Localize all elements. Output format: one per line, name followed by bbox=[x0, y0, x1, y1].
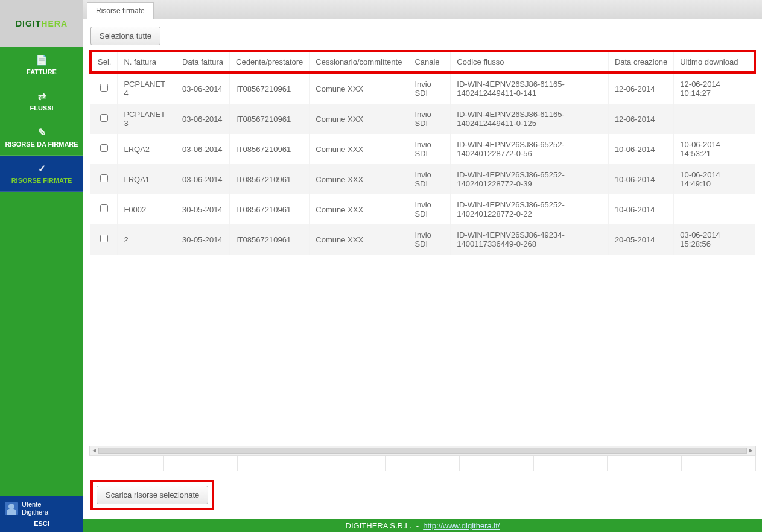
download-highlight: Scarica risorse selezionate bbox=[90, 480, 214, 510]
cell-nfattura: 2 bbox=[118, 224, 176, 255]
sidebar-item-label: RISORSE FIRMATE bbox=[11, 177, 72, 184]
table-row[interactable]: PCPLANET 403-06-2014IT08567210961Comune … bbox=[90, 72, 755, 104]
cell-ultimodownload: 10-06-2014 14:53:21 bbox=[674, 134, 755, 164]
page-footer: DIGITHERA S.R.L. - http://www.digithera.… bbox=[83, 519, 762, 532]
row-checkbox[interactable] bbox=[100, 235, 108, 242]
sidebar-item-label: RISORSE DA FIRMARE bbox=[5, 141, 78, 148]
footer-company: DIGITHERA S.R.L. bbox=[346, 521, 412, 530]
cell-datafattura: 30-05-2014 bbox=[176, 194, 230, 224]
table-row[interactable]: F000230-05-2014IT08567210961Comune XXXIn… bbox=[90, 194, 755, 224]
table-footer-row bbox=[89, 455, 756, 471]
cell-cessionario: Comune XXX bbox=[310, 134, 408, 164]
cell-cedente: IT08567210961 bbox=[230, 164, 310, 194]
table-header-row: Sel. N. fattura Data fattura Cedente/pre… bbox=[90, 51, 755, 72]
cell-nfattura: F0002 bbox=[118, 194, 176, 224]
col-cessionario[interactable]: Cessionario/committente bbox=[310, 51, 408, 72]
bottom-bar: Scarica risorse selezionate bbox=[83, 471, 762, 519]
table-row[interactable]: LRQA203-06-2014IT08567210961Comune XXXIn… bbox=[90, 134, 755, 164]
col-sel[interactable]: Sel. bbox=[90, 51, 118, 72]
col-ultimodownload[interactable]: Ultimo download bbox=[674, 51, 755, 72]
footer-link[interactable]: http://www.digithera.it/ bbox=[423, 521, 500, 530]
sidebar: DIGITHERA 📄 FATTURE ⇄ FLUSSI ✎ RISORSE D… bbox=[0, 0, 83, 532]
cell-cessionario: Comune XXX bbox=[310, 194, 408, 224]
cell-cedente: IT08567210961 bbox=[230, 72, 310, 104]
horizontal-scrollbar[interactable]: ◄ ► bbox=[89, 446, 756, 455]
col-datacreazione[interactable]: Data creazione bbox=[608, 51, 673, 72]
tab-risorse-firmate[interactable]: Risorse firmate bbox=[87, 2, 154, 19]
row-checkbox[interactable] bbox=[100, 174, 108, 182]
cell-cessionario: Comune XXX bbox=[310, 104, 408, 134]
sidebar-nav: 📄 FATTURE ⇄ FLUSSI ✎ RISORSE DA FIRMARE … bbox=[0, 47, 83, 192]
row-checkbox[interactable] bbox=[100, 84, 108, 92]
cell-ultimodownload bbox=[674, 194, 755, 224]
col-codiceflusso[interactable]: Codice flusso bbox=[451, 51, 609, 72]
sidebar-item-label: FLUSSI bbox=[30, 104, 53, 112]
cell-nfattura: PCPLANET 3 bbox=[118, 104, 176, 134]
table-row[interactable]: 230-05-2014IT08567210961Comune XXXInvio … bbox=[90, 224, 755, 255]
logo: DIGITHERA bbox=[0, 0, 83, 47]
cell-ultimodownload: 12-06-2014 10:14:27 bbox=[674, 72, 755, 104]
table-row[interactable]: PCPLANET 303-06-2014IT08567210961Comune … bbox=[90, 104, 755, 134]
sidebar-item-da-firmare[interactable]: ✎ RISORSE DA FIRMARE bbox=[0, 119, 83, 156]
row-checkbox[interactable] bbox=[100, 204, 108, 212]
cell-datafattura: 03-06-2014 bbox=[176, 164, 230, 194]
cell-codiceflusso: ID-WIN-4EPNV26SJ86-61165-1402412449411-0… bbox=[451, 72, 609, 104]
cell-datafattura: 03-06-2014 bbox=[176, 104, 230, 134]
col-cedente[interactable]: Cedente/prestatore bbox=[230, 51, 310, 72]
cell-codiceflusso: ID-WIN-4EPNV26SJ86-65252-1402401228772-0… bbox=[451, 164, 609, 194]
user-name-line1: Utente bbox=[22, 501, 48, 508]
scroll-left-icon[interactable]: ◄ bbox=[90, 446, 98, 455]
user-block: Utente Digithera ESCI bbox=[0, 496, 83, 532]
row-select-cell bbox=[90, 104, 118, 134]
col-canale[interactable]: Canale bbox=[408, 51, 451, 72]
cell-datacreazione: 12-06-2014 bbox=[608, 72, 673, 104]
cell-cedente: IT08567210961 bbox=[230, 224, 310, 255]
cell-codiceflusso: ID-WIN-4EPNV26SJ86-61165-1402412449411-0… bbox=[451, 104, 609, 134]
user-name-line2: Digithera bbox=[22, 508, 48, 516]
cell-cessionario: Comune XXX bbox=[310, 164, 408, 194]
cell-ultimodownload: 10-06-2014 14:49:10 bbox=[674, 164, 755, 194]
cell-datacreazione: 12-06-2014 bbox=[608, 104, 673, 134]
logout-link[interactable]: ESCI bbox=[5, 520, 78, 527]
arrows-icon: ⇄ bbox=[38, 90, 46, 102]
cell-codiceflusso: ID-WIN-4EPNV26SJ86-65252-1402401228772-0… bbox=[451, 194, 609, 224]
cell-nfattura: PCPLANET 4 bbox=[118, 72, 176, 104]
cell-datacreazione: 10-06-2014 bbox=[608, 194, 673, 224]
table-row[interactable]: LRQA103-06-2014IT08567210961Comune XXXIn… bbox=[90, 164, 755, 194]
sidebar-item-flussi[interactable]: ⇄ FLUSSI bbox=[0, 83, 83, 119]
avatar-icon bbox=[5, 502, 18, 515]
scroll-thumb[interactable] bbox=[98, 448, 747, 454]
col-datafattura[interactable]: Data fattura bbox=[176, 51, 230, 72]
cell-datafattura: 03-06-2014 bbox=[176, 134, 230, 164]
row-select-cell bbox=[90, 164, 118, 194]
scroll-right-icon[interactable]: ► bbox=[747, 446, 755, 455]
row-checkbox[interactable] bbox=[100, 114, 108, 122]
cell-canale: Invio SDI bbox=[408, 164, 451, 194]
cell-datacreazione: 20-05-2014 bbox=[608, 224, 673, 255]
brand-part1: DIGIT bbox=[16, 19, 41, 28]
row-select-cell bbox=[90, 194, 118, 224]
cell-nfattura: LRQA2 bbox=[118, 134, 176, 164]
row-select-cell bbox=[90, 72, 118, 104]
row-checkbox[interactable] bbox=[100, 144, 108, 152]
download-selected-button[interactable]: Scarica risorse selezionate bbox=[97, 486, 208, 504]
select-all-button[interactable]: Seleziona tutte bbox=[90, 27, 160, 45]
toolbar: Seleziona tutte bbox=[83, 19, 762, 50]
cell-cedente: IT08567210961 bbox=[230, 134, 310, 164]
cell-cessionario: Comune XXX bbox=[310, 72, 408, 104]
cell-cedente: IT08567210961 bbox=[230, 194, 310, 224]
sidebar-item-firmate[interactable]: ✓ RISORSE FIRMATE bbox=[0, 156, 83, 192]
footer-sep: - bbox=[416, 521, 419, 530]
cell-canale: Invio SDI bbox=[408, 134, 451, 164]
sidebar-item-fatture[interactable]: 📄 FATTURE bbox=[0, 47, 83, 83]
col-nfattura[interactable]: N. fattura bbox=[118, 51, 176, 72]
cell-canale: Invio SDI bbox=[408, 72, 451, 104]
cell-canale: Invio SDI bbox=[408, 194, 451, 224]
cell-canale: Invio SDI bbox=[408, 104, 451, 134]
document-icon: 📄 bbox=[36, 54, 48, 66]
cell-cedente: IT08567210961 bbox=[230, 104, 310, 134]
topbar: Risorse firmate bbox=[83, 0, 762, 19]
row-select-cell bbox=[90, 224, 118, 255]
cell-codiceflusso: ID-WIN-4EPNV26SJ86-49234-1400117336449-0… bbox=[451, 224, 609, 255]
row-select-cell bbox=[90, 134, 118, 164]
